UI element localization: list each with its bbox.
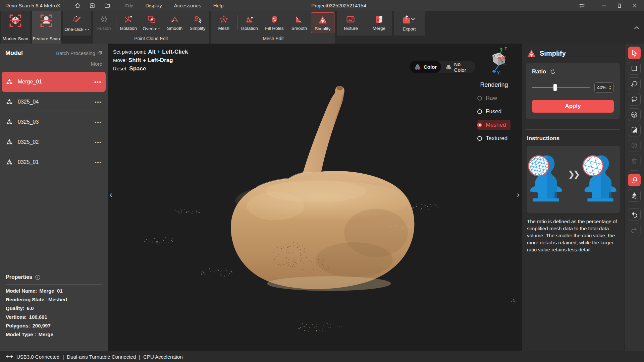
- export-icon: [402, 15, 417, 25]
- invert-select-button[interactable]: [628, 124, 641, 136]
- rect-select-button[interactable]: [628, 62, 641, 75]
- scanned-object[interactable]: [231, 86, 414, 291]
- rendering-fused[interactable]: Fused: [477, 107, 511, 117]
- texture-button[interactable]: Texture: [337, 11, 364, 36]
- close-button[interactable]: [628, 0, 641, 11]
- pc-fusion-button: Fusion: [93, 11, 115, 36]
- stepper-down-icon[interactable]: ▼: [609, 88, 611, 90]
- rendering-options: Raw Fused Meshed Textured: [477, 93, 511, 147]
- marker-scan-button[interactable]: Marker Scan: [1, 11, 30, 44]
- hint-move: Move:Shift + Left-Drag: [113, 56, 188, 64]
- rectangle-select-icon: [631, 65, 638, 72]
- settings-sliders-icon[interactable]: [575, 0, 589, 11]
- scanned-model-canvas[interactable]: [108, 44, 522, 351]
- stepper-up-icon[interactable]: ▲: [609, 85, 611, 87]
- menu-file[interactable]: File: [120, 0, 138, 11]
- fusion-label: Fusion: [97, 26, 111, 31]
- model-options-button[interactable]: •••: [95, 160, 102, 165]
- home-icon[interactable]: [74, 2, 81, 9]
- model-item-merge-01[interactable]: Merge_01 •••: [2, 72, 106, 92]
- point-cloud-edit-group: Fusion Isolation: [93, 11, 209, 44]
- model-options-button[interactable]: •••: [95, 99, 102, 105]
- delete-selection-button: [628, 155, 641, 167]
- more-button[interactable]: More: [91, 61, 102, 67]
- instructions-illustration: ❯❯: [527, 146, 620, 213]
- mesh-isolation-button[interactable]: Isolation: [238, 11, 261, 36]
- brush-select-button[interactable]: [628, 189, 641, 202]
- model-item-0325-02[interactable]: 0325_02 •••: [0, 132, 108, 152]
- sphere-select-button[interactable]: [628, 108, 641, 121]
- polygon-select-button[interactable]: [628, 77, 641, 90]
- pc-simplify-button[interactable]: Simplify: [186, 11, 209, 36]
- hide-parts-icon: [631, 142, 638, 149]
- pc-overlap-button[interactable]: Overla⋯: [140, 11, 164, 36]
- reset-ratio-icon[interactable]: [550, 69, 556, 75]
- one-click-button[interactable]: One-click ⋯: [63, 11, 91, 36]
- no-color-option[interactable]: No Color: [441, 61, 475, 73]
- ratio-value[interactable]: 40%: [595, 85, 609, 90]
- mesh-button[interactable]: Mesh: [211, 11, 236, 36]
- mesh-edit-group: Mesh Isolation Fill Holes: [211, 11, 335, 44]
- brush-icon: [631, 192, 638, 199]
- model-item-0325-01[interactable]: 0325_01 •••: [0, 152, 108, 172]
- batch-processing-button[interactable]: Batch Processing: [56, 50, 102, 56]
- simplify-panel: Simplify Ratio 40%: [522, 44, 625, 351]
- orientation-gizmo[interactable]: Z FRONT RIGHT Y: [484, 46, 511, 80]
- minimize-button[interactable]: [597, 0, 610, 11]
- info-icon[interactable]: [35, 275, 41, 280]
- apply-button[interactable]: Apply: [532, 100, 614, 113]
- export-button[interactable]: Export: [394, 11, 425, 36]
- through-selection-icon: [631, 176, 638, 184]
- status-usb: USB3.0 Connected: [16, 354, 59, 360]
- mesh-smooth-icon: [294, 15, 304, 24]
- model-item-0325-04[interactable]: 0325_04 •••: [0, 92, 108, 112]
- select-tool-button[interactable]: [628, 47, 641, 59]
- pc-isolation-button[interactable]: Isolation: [117, 11, 140, 36]
- pc-smooth-button[interactable]: Smooth: [164, 11, 186, 36]
- rendering-meshed[interactable]: Meshed: [477, 120, 511, 130]
- merge-button[interactable]: Merge: [366, 11, 392, 36]
- model-panel-title: Model: [5, 50, 23, 56]
- radio-icon[interactable]: [477, 136, 482, 141]
- dense-mesh-bust-image: [527, 152, 566, 207]
- fill-holes-label: Fill Holes: [265, 26, 284, 31]
- lasso-select-button[interactable]: [628, 93, 641, 106]
- model-options-button[interactable]: •••: [95, 119, 102, 125]
- restore-button[interactable]: [612, 0, 626, 11]
- ratio-value-stepper[interactable]: 40% ▲▼: [594, 82, 614, 93]
- status-turntable: Dual-axis Turntable Connected: [67, 354, 136, 360]
- rendering-textured[interactable]: Textured: [477, 133, 511, 143]
- panel-title: Simplify: [540, 50, 566, 57]
- model-item-0325-03[interactable]: 0325_03 •••: [0, 112, 108, 132]
- radio-icon[interactable]: [477, 123, 482, 127]
- ratio-slider[interactable]: [532, 87, 590, 88]
- new-project-icon[interactable]: [89, 2, 96, 9]
- undo-button[interactable]: [628, 208, 641, 221]
- color-option[interactable]: Color: [410, 61, 441, 73]
- menu-help[interactable]: Help: [209, 0, 228, 11]
- through-select-button[interactable]: [628, 174, 641, 186]
- collapse-left-panel-arrow[interactable]: ‹: [108, 190, 114, 199]
- menu-display[interactable]: Display: [141, 0, 167, 11]
- merge-label: Merge: [373, 26, 385, 31]
- fill-holes-button[interactable]: Fill Holes: [261, 11, 288, 36]
- feature-scan-button[interactable]: Feature Scan: [32, 11, 61, 44]
- collapse-right-panel-arrow[interactable]: ›: [516, 190, 521, 199]
- texture-label: Texture: [343, 26, 358, 31]
- mesh-smooth-button[interactable]: Smooth: [288, 11, 310, 36]
- open-folder-icon[interactable]: [104, 2, 110, 9]
- undo-icon: [631, 211, 638, 218]
- mesh-simplify-button[interactable]: Simplify: [311, 12, 334, 33]
- model-options-button[interactable]: •••: [94, 79, 102, 85]
- properties-section: Properties Model Name:Merge_01 Rendering…: [0, 274, 108, 340]
- point-cloud-edit-group-label: Point Cloud Edit: [93, 36, 209, 44]
- pc-simplify-icon: [193, 15, 202, 24]
- 3d-viewport[interactable]: Set pivot point:Alt + Left-Click Move:Sh…: [108, 44, 522, 351]
- menu-accessories[interactable]: Accessories: [169, 0, 206, 11]
- radio-icon[interactable]: [477, 109, 482, 114]
- model-name: 0325_02: [18, 139, 39, 145]
- ratio-slider-thumb[interactable]: [553, 84, 557, 91]
- lasso-select-icon: [631, 96, 638, 103]
- collapse-ribbon-icon[interactable]: [634, 26, 639, 29]
- model-options-button[interactable]: •••: [95, 139, 102, 145]
